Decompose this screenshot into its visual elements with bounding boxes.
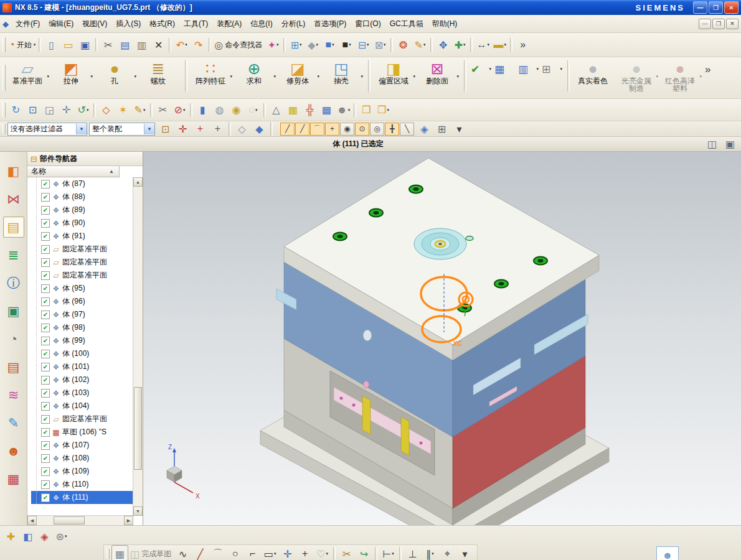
checkbox-icon[interactable]: ✔ [41,297,50,306]
checkbox-icon[interactable]: ✔ [41,376,50,385]
checkbox-icon[interactable]: ✔ [41,454,50,463]
snap-point-constructor-icon[interactable]: ╋ [385,123,399,136]
datum-plane-button[interactable]: ▱ 基准平面 ▾ [7,59,51,95]
selection-scope-dropdown[interactable]: 整个装配 ▼ [89,123,155,136]
face-analysis-icon[interactable]: ◉ [228,101,245,119]
reuse-library-icon[interactable]: ≣ [3,245,24,266]
palette-icon[interactable]: ≋ [3,385,24,406]
tree-item-body-99[interactable]: ✔ ❖ 体 (99) [31,334,133,347]
tree-item-body-110[interactable]: ✔ ❖ 体 (110) [31,478,133,491]
graphics-window[interactable]: XC Z X [143,152,741,525]
menu-view[interactable]: 视图(V) [78,16,111,32]
ruler-icon[interactable]: ▬ ▾ [491,36,508,54]
crosshair-icon[interactable]: ╬ [301,101,318,119]
tree-item-body-91[interactable]: ✔ ❖ 体 (91) [31,230,133,243]
hole-button[interactable]: ● 孔 ▾ [95,59,138,95]
std-overflow-icon[interactable]: » [514,36,531,54]
process-studio-icon[interactable]: ▤ [3,357,24,378]
tree-item-body-90[interactable]: ✔ ❖ 体 (90) [31,217,133,230]
window-tile-icon[interactable]: ⊠ ▾ [372,36,389,54]
history-icon[interactable]: ◔ [3,329,24,350]
shaded-wireframe-icon[interactable]: ◍ [211,101,228,119]
mdi-close-button[interactable]: ✕ [726,19,739,29]
snap-midpoint-icon[interactable]: ╱ [295,123,309,136]
features-overflow-icon[interactable]: » [704,61,727,77]
start-button[interactable]: ◔ 开始 ▾ [7,36,37,54]
table-icon[interactable]: ⊞ [433,120,450,138]
checkbox-icon[interactable]: ✔ [41,271,50,280]
window-new-icon[interactable]: ⊟ ▾ [355,36,372,54]
diamond-icon[interactable]: ◇ [234,120,250,138]
menu-analysis[interactable]: 分析(L) [277,16,310,32]
rectangle-icon[interactable]: ▭ ▾ [262,545,278,560]
tree-item-sketch-106[interactable]: ✔ ▦ 草图 (106) "S [31,426,133,439]
checkbox-icon[interactable]: ✔ [41,258,50,267]
rotate-icon[interactable]: ↺ ▾ [75,101,92,119]
perpendicular-icon[interactable]: ⊥ [404,545,421,560]
checkbox-icon[interactable]: ✔ [41,206,50,215]
background-icon[interactable]: ■ ▾ [338,36,355,54]
web-browser-icon[interactable]: ▣ [3,301,24,322]
tree-item-body-108[interactable]: ✔ ❖ 体 (108) [31,452,133,465]
panel-window-icon[interactable]: ▣ [722,136,739,153]
tree-item-body-88[interactable]: ✔ ❖ 体 (88) [31,190,133,203]
measure-icon[interactable]: ✚ ▾ [451,36,468,54]
point-on-icon[interactable]: + [192,120,209,138]
checkbox-icon[interactable]: ✔ [41,428,50,437]
tree-item-datum-plane[interactable]: ✔ ▱ 固定基准平面 [31,243,133,256]
point-icon[interactable]: ✛ [279,545,296,560]
checkbox-icon[interactable]: ✔ [41,193,50,202]
window-icon[interactable]: ◧ [19,528,36,545]
perspective-icon[interactable]: ◇ [98,101,115,119]
redo-icon[interactable]: ↷ [190,36,207,54]
arc-icon[interactable]: ⌒ [209,545,226,560]
checkbox-icon[interactable]: ✔ [41,310,50,319]
scroll-down-icon[interactable]: ▼ [133,506,143,516]
scroll-left-icon[interactable]: ◀ [27,516,37,525]
hd3d-tool-icon[interactable]: ⓘ [3,273,24,294]
selbar-overflow-icon[interactable]: ▾ [451,120,468,138]
paste-icon[interactable]: ▥ [133,36,150,54]
diamond-blue-icon[interactable]: ◆ [251,120,268,138]
tree-item-datum-plane[interactable]: ✔ ▱ 固定基准平面 [31,269,133,282]
refresh-icon[interactable]: ↻ [7,101,24,119]
scroll-right-icon[interactable]: ▶ [124,516,133,525]
profile-icon[interactable]: ∿ [174,545,191,560]
tree-item-body-107[interactable]: ✔ ❖ 体 (107) [31,439,133,452]
navigator-jump-icon[interactable]: ◈ [36,528,53,545]
checkbox-icon[interactable]: ✔ [41,180,50,189]
move-component-icon[interactable]: ▦ [493,61,517,77]
tree-item-body-97[interactable]: ✔ ❖ 体 (97) [31,308,133,321]
menu-preferences[interactable]: 首选项(P) [309,16,351,32]
checkbox-icon[interactable]: ✔ [41,337,50,345]
tree-item-body-101[interactable]: ✔ ❖ 体 (101) [31,360,133,373]
column-header-name[interactable]: 名称 ▲ [27,166,120,177]
tree-horizontal-scrollbar[interactable]: ◀ ▶ [27,515,133,525]
tree-item-body-89[interactable]: ✔ ❖ 体 (89) [31,203,133,217]
snap-options-icon[interactable]: ◈ [416,120,433,138]
triangle-mesh-icon[interactable]: △ [268,101,285,119]
annotate-pencil-icon[interactable]: ✎ ▾ [131,101,148,119]
sketch-grid-icon[interactable]: ▦ [111,545,128,560]
menu-edit[interactable]: 编辑(E) [44,16,78,32]
work-grid-icon[interactable]: ▦ [285,101,301,119]
tree-vertical-scrollbar[interactable]: ▲ ▼ [133,177,143,516]
checkbox-icon[interactable]: ✔ [41,284,50,293]
snap-angle-icon[interactable]: ╲ [400,123,414,136]
touch-panel-icon[interactable]: ▦ [3,469,24,490]
tree-item-body-98[interactable]: ✔ ❖ 体 (98) [31,321,133,334]
mdi-restore-button[interactable]: ❐ [712,19,725,29]
parallel-icon[interactable]: ∥ ▾ [422,545,438,560]
menu-tools[interactable]: 工具(T) [179,16,212,32]
restore-button[interactable]: ❐ [709,1,723,14]
render-style-icon[interactable]: ◆ ▾ [304,36,321,54]
settings-gears-icon[interactable]: ⊛ ▾ [53,528,70,545]
lasso-icon[interactable]: ♡ ▾ [314,545,331,560]
part-navigator-icon[interactable]: ▤ [3,217,24,238]
horizontal-scroll-thumb[interactable] [54,516,85,525]
checkbox-icon[interactable]: ✔ [41,480,50,489]
constraint-navigator-icon[interactable]: ⋈ [3,189,24,210]
checkbox-icon[interactable]: ✔ [41,415,50,424]
scroll-up-icon[interactable]: ▲ [133,177,143,187]
tree-item-body-104[interactable]: ✔ ❖ 体 (104) [31,399,133,413]
